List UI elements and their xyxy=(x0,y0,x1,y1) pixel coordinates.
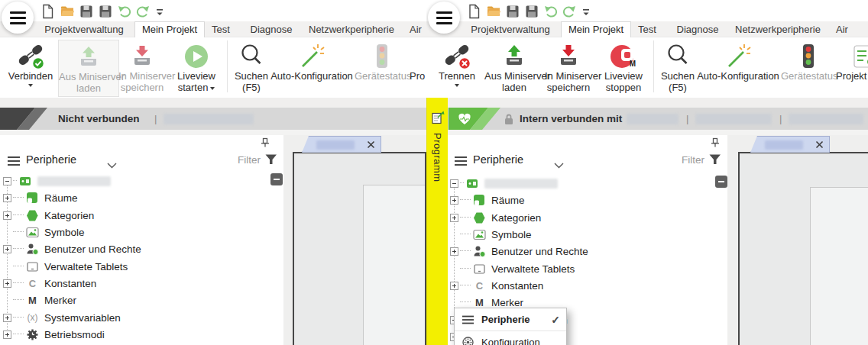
close-icon[interactable] xyxy=(815,140,824,149)
toolbar-options-icon[interactable] xyxy=(151,3,168,20)
tab-diagnose[interactable]: Diagnose xyxy=(245,23,298,36)
panel-menu-icon[interactable] xyxy=(6,155,21,170)
expand-icon[interactable] xyxy=(3,245,11,253)
trennen-button[interactable]: Trennen xyxy=(431,40,483,95)
tree-row-root[interactable] xyxy=(0,172,283,189)
expand-icon[interactable] xyxy=(450,214,458,222)
menu-item-konfiguration[interactable]: Konfiguration xyxy=(455,331,566,345)
tab-mein-projekt[interactable]: Mein Projekt xyxy=(561,21,631,37)
aus-miniserver-laden-button[interactable]: Aus Miniserver laden xyxy=(484,40,544,95)
tree-row-benutzer[interactable]: Benutzer und Rechte xyxy=(0,240,283,257)
projekt-button-partial[interactable]: Pro xyxy=(410,40,426,95)
collapse-expander-icon[interactable] xyxy=(450,179,458,188)
liveview-stoppen-button[interactable]: M Liveview stoppen xyxy=(600,40,647,95)
tab-air[interactable]: Air xyxy=(829,23,855,36)
tree-row-symbole[interactable]: Symbole xyxy=(0,224,283,240)
main-menu-button[interactable] xyxy=(428,2,460,34)
tree-row-raeume[interactable]: Räume xyxy=(447,192,727,208)
tree-row-konstanten[interactable]: C Konstanten xyxy=(0,275,283,292)
panel-title: Peripherie xyxy=(473,153,523,166)
save-icon[interactable] xyxy=(504,3,521,20)
geraetestatus-button[interactable]: Gerätestatus xyxy=(781,40,836,95)
tree-row-benutzer[interactable]: Benutzer und Rechte xyxy=(447,243,727,260)
verbinden-button[interactable]: Verbinden xyxy=(5,40,57,95)
filter-funnel-icon[interactable] xyxy=(265,154,277,168)
pin-icon[interactable] xyxy=(711,137,720,150)
expand-icon[interactable] xyxy=(3,314,11,322)
save-icon[interactable] xyxy=(78,3,95,20)
tree-row-root[interactable] xyxy=(447,175,727,192)
tab-netzwerkperipherie[interactable]: Netzwerkperipherie xyxy=(730,23,825,36)
main-menu-button[interactable] xyxy=(2,2,34,34)
filter-funnel-icon[interactable] xyxy=(709,154,721,168)
aus-miniserver-laden-button[interactable]: Aus Miniserver laden xyxy=(58,40,119,97)
document-tab[interactable] xyxy=(750,136,830,153)
filter-label[interactable]: Filter xyxy=(238,154,261,166)
tree-row-betriebsmodi[interactable]: Betriebsmodi xyxy=(0,326,283,343)
tree-row-systemvariablen[interactable]: (x) Systemvariablen xyxy=(0,309,283,326)
program-canvas[interactable] xyxy=(293,152,426,345)
tree-row-symbole[interactable]: Symbole xyxy=(447,226,727,243)
tab-projektverwaltung[interactable]: Projektverwaltung xyxy=(465,23,556,36)
projekt-button-partial[interactable]: Projekt xyxy=(836,40,868,95)
document-tab[interactable] xyxy=(302,136,381,153)
auto-konfiguration-button[interactable]: Auto-Konfiguration xyxy=(269,40,355,95)
expand-icon[interactable] xyxy=(3,330,11,339)
image-icon xyxy=(26,226,39,239)
redo-icon[interactable] xyxy=(561,3,578,20)
tree-row-partial[interactable] xyxy=(0,342,283,345)
open-folder-icon[interactable] xyxy=(59,3,76,20)
program-canvas[interactable] xyxy=(738,152,868,345)
tree-row-kategorien[interactable]: Kategorien xyxy=(447,209,727,226)
tab-test[interactable]: Test xyxy=(631,23,663,36)
expand-icon[interactable] xyxy=(3,194,11,202)
redacted-project-name xyxy=(164,114,254,124)
chevron-down-icon[interactable] xyxy=(554,158,564,172)
tree-row-kategorien[interactable]: Kategorien xyxy=(0,207,283,224)
undo-icon[interactable] xyxy=(542,3,559,20)
undo-icon[interactable] xyxy=(116,3,133,20)
traffic-light-icon xyxy=(781,40,836,70)
open-folder-icon[interactable] xyxy=(485,3,502,20)
programm-sidebar-tab[interactable]: Programm xyxy=(426,98,448,345)
tree-row-raeume[interactable]: Räume xyxy=(0,189,283,206)
toolbar-options-icon[interactable] xyxy=(578,3,594,20)
tab-diagnose[interactable]: Diagnose xyxy=(671,23,724,36)
liveview-starten-button[interactable]: Liveview starten xyxy=(173,40,219,95)
tab-air[interactable]: Air xyxy=(403,23,426,36)
expand-icon[interactable] xyxy=(450,282,458,290)
tab-mein-projekt[interactable]: Mein Projekt xyxy=(134,21,205,37)
tree-row-tablets[interactable]: Verwaltete Tablets xyxy=(447,260,727,277)
tab-projektverwaltung[interactable]: Projektverwaltung xyxy=(38,23,130,36)
filter-label[interactable]: Filter xyxy=(682,154,704,166)
geraetestatus-button[interactable]: Gerätestatus xyxy=(355,40,410,95)
close-icon[interactable] xyxy=(367,140,375,149)
expand-icon[interactable] xyxy=(3,279,11,288)
tree-row-merker[interactable]: M Merker xyxy=(0,292,283,308)
new-file-icon[interactable] xyxy=(40,3,57,20)
expand-icon[interactable] xyxy=(3,211,11,220)
tab-test[interactable]: Test xyxy=(205,23,237,36)
tablet-icon xyxy=(473,263,486,276)
tree-row-konstanten[interactable]: C Konstanten xyxy=(447,277,727,294)
redo-icon[interactable] xyxy=(134,3,151,20)
suchen-button[interactable]: Suchen (F5) xyxy=(658,40,698,95)
tree-row-tablets[interactable]: Verwaltete Tablets xyxy=(0,258,283,275)
panel-menu-icon[interactable] xyxy=(453,155,468,170)
menu-item-peripherie[interactable]: Peripherie ✓ xyxy=(455,308,566,331)
suchen-button[interactable]: Suchen (F5) xyxy=(232,40,271,95)
save-as-icon[interactable] xyxy=(97,3,114,20)
in-miniserver-speichern-button[interactable]: In Miniserver speichern xyxy=(118,40,166,95)
expand-icon[interactable] xyxy=(450,196,458,205)
auto-konfiguration-button[interactable]: Auto-Konfiguration xyxy=(695,40,781,95)
in-miniserver-speichern-button[interactable]: In Miniserver speichern xyxy=(545,40,592,95)
new-file-icon[interactable] xyxy=(466,3,483,20)
collapse-expander-icon[interactable] xyxy=(3,177,11,185)
users-icon xyxy=(26,243,39,256)
expand-icon[interactable] xyxy=(450,247,458,256)
tab-netzwerkperipherie[interactable]: Netzwerkperipherie xyxy=(304,23,399,36)
dropdown-caret-icon xyxy=(210,87,215,90)
save-as-icon[interactable] xyxy=(523,3,540,20)
chevron-down-icon[interactable] xyxy=(107,158,117,172)
pin-icon[interactable] xyxy=(261,137,270,150)
